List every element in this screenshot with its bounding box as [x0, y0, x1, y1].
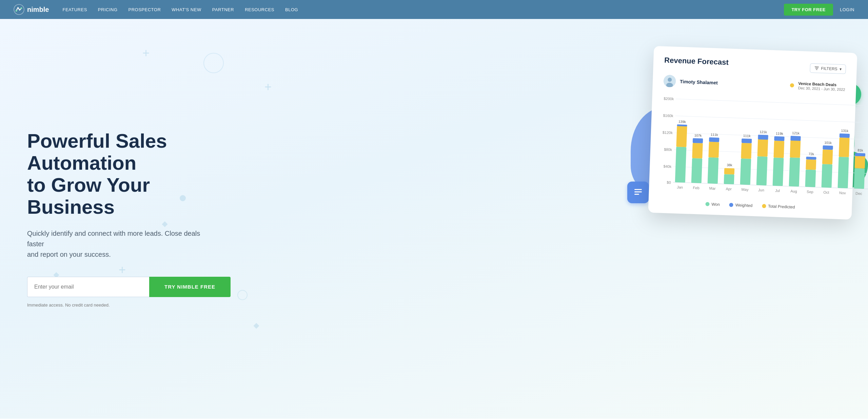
svg-rect-69: [855, 156, 865, 169]
svg-rect-45: [757, 139, 768, 157]
bar-may: 111k: [740, 134, 752, 185]
nav-whats-new[interactable]: WHAT'S NEW: [172, 7, 201, 12]
svg-rect-50: [774, 136, 784, 141]
svg-rect-49: [773, 141, 784, 158]
svg-text:121k: 121k: [760, 130, 767, 134]
navbar: nimble FEATURES PRICING PROSPECTOR WHAT'…: [0, 0, 868, 19]
svg-line-18: [676, 99, 868, 106]
svg-text:72k: 72k: [809, 152, 814, 156]
svg-rect-41: [741, 143, 752, 159]
svg-rect-26: [677, 124, 687, 126]
svg-rect-42: [742, 139, 752, 143]
logo-icon: [14, 4, 24, 15]
chart-user-name: Timoty Shalamet: [680, 79, 718, 85]
svg-line-19: [675, 116, 868, 123]
svg-rect-46: [758, 135, 768, 140]
deco-diamond-2: [254, 323, 259, 329]
svg-rect-37: [724, 168, 735, 174]
list-icon: [633, 188, 643, 197]
chart-svg: $200k $160k $120k $80k $40k $0: [659, 94, 868, 203]
svg-text:Sep: Sep: [807, 190, 813, 194]
svg-rect-44: [756, 156, 768, 186]
svg-line-20: [675, 133, 868, 140]
svg-rect-32: [708, 157, 719, 184]
hero-content: Powerful Sales Automation to Grow Your B…: [0, 130, 237, 308]
svg-text:111k: 111k: [743, 134, 751, 138]
svg-rect-64: [837, 157, 849, 188]
filters-button[interactable]: FILTERS ▾: [810, 63, 846, 74]
try-nimble-free-button[interactable]: TRY NIMBLE FREE: [149, 277, 231, 297]
login-button[interactable]: LOGIN: [840, 7, 854, 12]
deco-plus-1: +: [142, 46, 150, 60]
svg-rect-66: [840, 133, 850, 138]
bar-feb: 107k: [691, 133, 703, 183]
svg-text:$0: $0: [667, 180, 671, 184]
chart-area: $ Revenue Forecast FILTERS ▾: [610, 39, 868, 216]
nav-resources[interactable]: RESOURCES: [245, 7, 274, 12]
filter-icon: [814, 66, 819, 70]
svg-rect-48: [773, 158, 784, 186]
svg-rect-57: [806, 160, 816, 170]
logo-text: nimble: [27, 6, 49, 14]
svg-rect-34: [709, 138, 719, 142]
nav-prospector[interactable]: PROSPECTOR: [129, 7, 161, 12]
svg-text:Aug: Aug: [790, 189, 797, 193]
nav-right: TRY FOR FREE LOGIN: [784, 4, 854, 16]
svg-rect-36: [724, 174, 734, 184]
email-cta-row: TRY NIMBLE FREE: [27, 277, 237, 297]
svg-rect-60: [821, 164, 832, 188]
nav-blog[interactable]: BLOG: [285, 7, 298, 12]
svg-rect-68: [854, 168, 865, 189]
nav-partner[interactable]: PARTNER: [212, 7, 234, 12]
svg-text:$200k: $200k: [664, 97, 674, 101]
logo[interactable]: nimble: [14, 4, 49, 15]
bar-mar: 111k: [708, 133, 719, 184]
svg-rect-54: [790, 136, 801, 141]
chart-user-row: Timoty Shalamet Venice Beach Deals Dec 3…: [664, 75, 846, 93]
svg-rect-33: [708, 142, 719, 158]
bar-aug: 121k: [789, 131, 801, 187]
svg-rect-56: [805, 170, 816, 187]
legend-dot-won: [705, 202, 709, 206]
svg-rect-53: [790, 140, 801, 158]
hero-subtitle: Quickly identify and connect with more l…: [27, 228, 217, 260]
svg-text:Jun: Jun: [758, 188, 764, 192]
try-for-free-button[interactable]: TRY FOR FREE: [784, 4, 833, 16]
bar-jul: 119k: [773, 131, 785, 186]
hero-title: Powerful Sales Automation to Grow Your B…: [27, 130, 237, 218]
svg-rect-30: [693, 138, 703, 143]
svg-text:119k: 119k: [776, 131, 784, 135]
bar-jan: 139k: [675, 120, 687, 183]
svg-text:131k: 131k: [841, 129, 849, 133]
nav-features[interactable]: FEATURES: [62, 7, 87, 12]
deal-info: Venice Beach Deals Dec 30, 2021 - Jun 30…: [798, 81, 846, 92]
svg-rect-58: [806, 157, 816, 160]
svg-rect-24: [675, 147, 687, 183]
badge-blue: [627, 182, 649, 203]
bar-nov: 131k: [837, 129, 850, 188]
svg-rect-61: [822, 149, 833, 164]
deco-circle-2: [237, 290, 248, 300]
nav-pricing[interactable]: PRICING: [98, 7, 118, 12]
svg-text:$160k: $160k: [663, 113, 673, 118]
svg-rect-62: [823, 145, 833, 150]
bar-dec: 81k: [854, 148, 865, 189]
svg-rect-29: [692, 143, 703, 159]
svg-rect-3: [634, 189, 642, 190]
svg-text:Dec: Dec: [855, 191, 862, 196]
svg-text:Mar: Mar: [709, 186, 716, 191]
legend-dot-predicted: [762, 204, 766, 208]
legend-weighted: Weighted: [729, 203, 753, 208]
svg-rect-65: [839, 138, 850, 157]
email-input[interactable]: [27, 277, 149, 297]
svg-text:81k: 81k: [857, 148, 863, 152]
bar-jun: 121k: [756, 130, 769, 186]
bar-chart: $200k $160k $120k $80k $40k $0: [659, 94, 845, 203]
svg-rect-25: [676, 126, 687, 147]
svg-point-1: [16, 10, 17, 12]
svg-rect-70: [855, 153, 865, 156]
svg-text:38k: 38k: [727, 163, 732, 167]
user-avatar: [664, 75, 676, 87]
deco-plus-2: +: [264, 80, 272, 94]
svg-rect-5: [634, 194, 639, 195]
